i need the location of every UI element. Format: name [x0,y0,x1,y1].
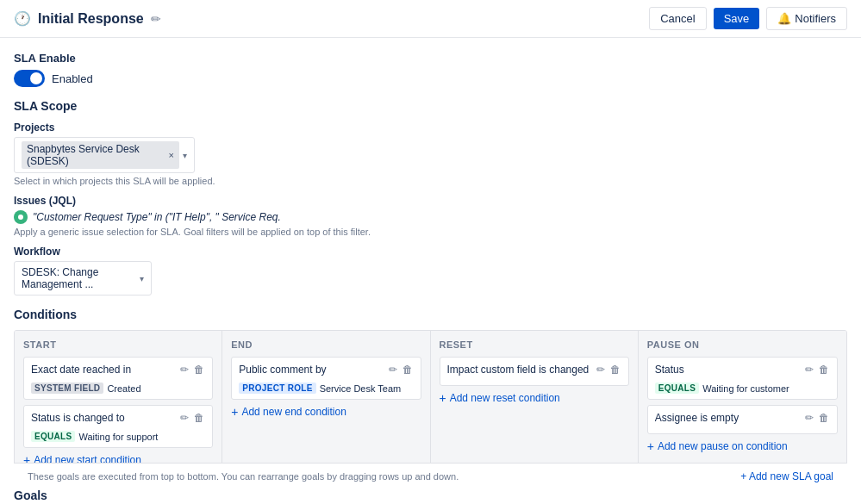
clock-icon: 🕐 [14,10,31,27]
start-badge2-label: EQUALS [31,431,75,442]
add-goal-button[interactable]: + Add new SLA goal [740,470,833,482]
sla-scope-title: SLA Scope [14,99,847,113]
start-item-2-edit[interactable]: ✏ [179,411,190,425]
end-badge-value: Service Desk Team [320,383,402,394]
start-badge-label: SYSTEM FIELD [31,383,103,394]
footer-text: These goals are executed from top to bot… [28,471,459,482]
add-end-icon: + [231,405,238,419]
end-item-1-title: Public comment by [239,364,326,376]
issues-jql-label: Issues (JQL) [14,195,847,207]
pause-item-1-delete[interactable]: 🗑 [818,363,830,376]
pause-item-2: Assignee is empty ✏ 🗑 [647,405,838,434]
sla-enable-status: Enabled [52,72,93,85]
workflow-field: Workflow SDESK: Change Management ... ▾ [14,246,847,296]
add-reset-icon: + [440,391,446,405]
start-item-1: Exact date reached in ✏ 🗑 SYSTEM FIELD C… [23,357,213,400]
add-pause-icon: + [647,439,654,453]
footer-bar: These goals are executed from top to bot… [14,463,847,489]
start-item-2-actions: ✏ 🗑 [179,411,205,425]
end-item-1-edit[interactable]: ✏ [388,363,398,376]
cancel-button[interactable]: Cancel [649,7,706,30]
start-badge2-value: Waiting for support [78,432,158,442]
page-title: Initial Response [38,11,144,27]
reset-title: RESET [440,339,629,350]
pause-item-2-actions: ✏ 🗑 [804,411,830,425]
reset-item-1-delete[interactable]: 🗑 [609,363,621,376]
pause-item-1-edit[interactable]: ✏ [804,363,814,376]
end-column: END Public comment by ✏ 🗑 PROJECT ROLE S… [222,331,430,476]
main-content: SLA Enable Enabled SLA Scope Projects Sn… [0,38,861,503]
sla-enable-toggle-row: Enabled [14,70,847,87]
sla-scope-section: SLA Scope Projects Snapbytes Service Des… [14,99,847,296]
start-item-1-delete[interactable]: 🗑 [193,363,205,376]
start-item-1-edit[interactable]: ✏ [179,363,190,376]
start-item-1-badge: SYSTEM FIELD Created [31,383,141,394]
top-bar-right: Cancel Save 🔔 Notifiers [649,7,847,30]
reset-item-1-title: Impact custom field is changed [447,364,590,376]
edit-icon[interactable]: ✏ [151,12,161,26]
jql-text: "Customer Request Type" in ("IT Help", "… [33,211,281,223]
add-end-condition[interactable]: + Add new end condition [231,405,421,419]
jql-row: "Customer Request Type" in ("IT Help", "… [14,210,847,224]
bell-icon: 🔔 [777,12,791,25]
save-button[interactable]: Save [714,8,760,29]
pause-item-2-title: Assignee is empty [655,412,739,424]
sla-enable-label: SLA Enable [14,52,847,65]
pause-item-2-delete[interactable]: 🗑 [818,411,830,425]
add-reset-condition[interactable]: + Add new reset condition [440,391,629,405]
top-bar: 🕐 Initial Response ✏ Cancel Save 🔔 Notif… [0,0,861,38]
project-tag: Snapbytes Service Desk (SDESK) × [22,141,179,169]
start-item-1-actions: ✏ 🗑 [179,363,205,376]
reset-item-1: Impact custom field is changed ✏ 🗑 [440,357,629,386]
pause-badge-label: EQUALS [655,383,699,394]
conditions-title: Conditions [14,308,847,321]
reset-column: RESET Impact custom field is changed ✏ 🗑… [431,331,639,476]
goals-section: Goals Issues (JQL) Priority Goal Calenda… [14,488,847,503]
end-item-1-badge: PROJECT ROLE Service Desk Team [239,383,401,394]
projects-label: Projects [14,121,847,134]
end-item-1: Public comment by ✏ 🗑 PROJECT ROLE Servi… [231,357,421,400]
pause-on-column: PAUSE ON Status ✏ 🗑 EQUALS Waiting for c… [639,331,846,476]
reset-item-1-edit[interactable]: ✏ [596,363,606,376]
start-title: START [23,339,213,350]
start-badge-value: Created [107,383,140,394]
jql-help: Apply a generic issue selection for SLA.… [14,227,847,237]
start-item-2-badge: EQUALS Waiting for support [31,431,158,442]
reset-item-1-actions: ✏ 🗑 [596,363,621,376]
pause-item-1: Status ✏ 🗑 EQUALS Waiting for customer [647,357,838,400]
end-badge-label: PROJECT ROLE [239,383,315,394]
workflow-select[interactable]: SDESK: Change Management ... ▾ [14,261,152,296]
pause-item-1-actions: ✏ 🗑 [804,363,830,376]
pause-badge-value: Waiting for customer [702,383,789,394]
add-pause-condition[interactable]: + Add new pause on condition [647,439,838,453]
start-column: START Exact date reached in ✏ 🗑 SYSTEM F… [15,331,222,476]
start-item-1-title: Exact date reached in [31,364,131,376]
start-item-2-delete[interactable]: 🗑 [193,411,205,425]
end-title: END [231,339,421,350]
jql-dot [14,210,28,224]
projects-field: Projects Snapbytes Service Desk (SDESK) … [14,121,847,186]
projects-help: Select in which projects this SLA will b… [14,176,847,186]
goals-title: Goals [14,488,847,502]
pause-on-title: PAUSE ON [647,339,838,350]
issues-jql-field: Issues (JQL) "Customer Request Type" in … [14,195,847,237]
pause-item-1-title: Status [655,364,684,376]
workflow-chevron: ▾ [140,274,144,283]
projects-input[interactable]: Snapbytes Service Desk (SDESK) × ▾ [14,137,195,173]
conditions-section: Conditions START Exact date reached in ✏… [14,308,847,476]
notifiers-button[interactable]: 🔔 Notifiers [766,7,847,30]
projects-chevron: ▾ [183,151,187,160]
pause-item-2-edit[interactable]: ✏ [804,411,814,425]
start-item-2: Status is changed to ✏ 🗑 EQUALS Waiting … [23,405,213,448]
top-bar-left: 🕐 Initial Response ✏ [14,10,161,27]
end-item-1-actions: ✏ 🗑 [388,363,414,376]
end-item-1-delete[interactable]: 🗑 [402,363,414,376]
start-item-2-title: Status is changed to [31,412,125,424]
sla-enable-section: SLA Enable Enabled [14,52,847,87]
sla-enable-toggle[interactable] [14,70,45,87]
pause-item-1-badge: EQUALS Waiting for customer [655,383,789,394]
remove-project-tag[interactable]: × [169,150,174,160]
conditions-grid: START Exact date reached in ✏ 🗑 SYSTEM F… [14,330,847,476]
workflow-label: Workflow [14,246,847,258]
